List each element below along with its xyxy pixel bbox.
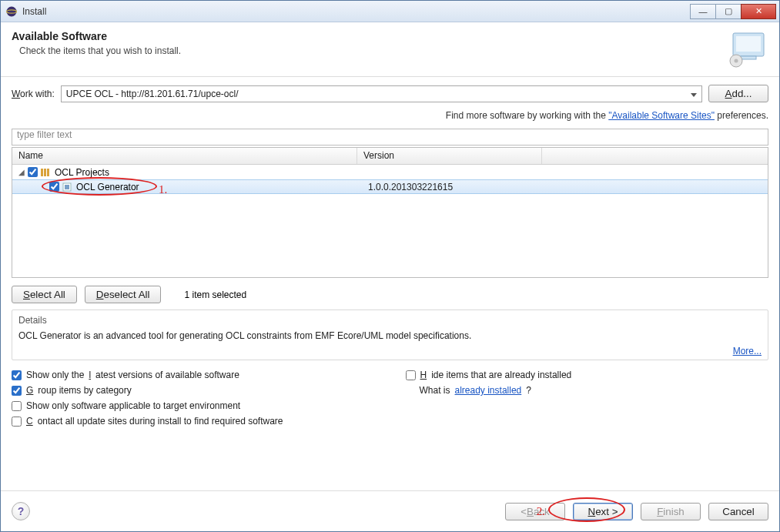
feature-icon bbox=[62, 182, 73, 192]
next-button[interactable]: Next > bbox=[573, 503, 633, 520]
back-button: < Back bbox=[505, 503, 565, 520]
show-latest-checkbox[interactable] bbox=[12, 370, 22, 380]
column-blank bbox=[542, 148, 768, 164]
selection-row: Select All Deselect All 1 item selected bbox=[12, 286, 768, 303]
select-all-button[interactable]: Select All bbox=[12, 286, 77, 303]
maximize-button[interactable]: ▢ bbox=[715, 4, 742, 19]
install-icon bbox=[725, 30, 768, 69]
details-text: OCL Generator is an advanced tool for ge… bbox=[18, 330, 762, 341]
svg-rect-7 bbox=[41, 169, 43, 176]
workwith-combo[interactable]: UPCE OCL - http://81.201.61.71/upce-ocl/ bbox=[61, 85, 702, 102]
tree-item-row[interactable]: OCL Generator 1.0.0.201303221615 bbox=[12, 179, 768, 194]
option-applicable-env[interactable]: Show only software applicable to target … bbox=[12, 400, 375, 411]
software-tree: Name Version ◢ OCL Projects bbox=[12, 147, 768, 278]
deselect-all-button[interactable]: Deselect All bbox=[85, 286, 162, 303]
applicable-env-checkbox[interactable] bbox=[12, 401, 22, 411]
svg-rect-4 bbox=[741, 56, 756, 59]
dialog-header: Available Software Check the items that … bbox=[1, 22, 779, 77]
dialog-body: Work with: UPCE OCL - http://81.201.61.7… bbox=[1, 77, 779, 490]
item-checkbox[interactable] bbox=[49, 182, 59, 192]
window-title: Install bbox=[22, 6, 691, 17]
svg-rect-3 bbox=[736, 36, 761, 52]
category-label: OCL Projects bbox=[55, 167, 109, 178]
option-contact-sites[interactable]: Contact all update sites during install … bbox=[12, 416, 375, 427]
filter-input[interactable]: type filter text bbox=[12, 129, 768, 146]
option-group-category[interactable]: Group items by category bbox=[12, 385, 375, 396]
install-dialog: Install — ▢ ✕ Available Software Check t… bbox=[0, 0, 780, 532]
workwith-row: Work with: UPCE OCL - http://81.201.61.7… bbox=[12, 85, 768, 102]
expand-toggle-icon[interactable]: ◢ bbox=[17, 168, 26, 176]
hide-installed-checkbox[interactable] bbox=[406, 370, 416, 380]
help-icon[interactable]: ? bbox=[12, 502, 30, 520]
minimize-button[interactable]: — bbox=[690, 4, 716, 19]
page-title: Available Software bbox=[12, 30, 181, 42]
workwith-label: Work with: bbox=[12, 89, 55, 99]
tree-header: Name Version bbox=[12, 148, 768, 165]
option-show-latest[interactable]: Show only the latest versions of availab… bbox=[12, 370, 375, 380]
item-count: 1 item selected bbox=[184, 289, 246, 300]
cancel-button[interactable]: Cancel bbox=[708, 503, 768, 520]
eclipse-icon bbox=[5, 5, 18, 18]
close-button[interactable]: ✕ bbox=[741, 4, 776, 19]
svg-rect-9 bbox=[47, 169, 49, 176]
sites-hint: Find more software by working with the "… bbox=[12, 110, 768, 121]
details-header: Details bbox=[18, 315, 762, 326]
group-category-checkbox[interactable] bbox=[12, 386, 22, 396]
titlebar[interactable]: Install — ▢ ✕ bbox=[1, 1, 779, 22]
details-box: Details OCL Generator is an advanced too… bbox=[12, 309, 768, 360]
tree-body[interactable]: ◢ OCL Projects OCL Generator bbox=[12, 165, 768, 277]
window-buttons: — ▢ ✕ bbox=[691, 4, 776, 19]
svg-point-6 bbox=[735, 59, 738, 63]
column-version[interactable]: Version bbox=[357, 148, 542, 164]
already-installed-hint: What is already installed? bbox=[420, 385, 769, 396]
category-icon bbox=[41, 168, 52, 177]
options: Show only the latest versions of availab… bbox=[12, 370, 768, 427]
svg-point-0 bbox=[7, 6, 17, 16]
contact-sites-checkbox[interactable] bbox=[12, 417, 22, 427]
tree-category-row[interactable]: ◢ OCL Projects bbox=[12, 165, 768, 179]
category-checkbox[interactable] bbox=[28, 167, 38, 177]
option-hide-installed[interactable]: Hide items that are already installed bbox=[406, 370, 769, 380]
footer-buttons: < Back Next > Finish Cancel bbox=[505, 503, 768, 520]
page-subtitle: Check the items that you wish to install… bbox=[19, 45, 181, 56]
finish-button: Finish bbox=[641, 503, 701, 520]
dialog-footer: ? < Back Next > Finish Cancel 2. bbox=[1, 490, 779, 531]
item-label: OCL Generator bbox=[76, 182, 139, 192]
add-button[interactable]: Add... bbox=[708, 85, 768, 102]
available-sites-link[interactable]: "Available Software Sites" bbox=[608, 110, 715, 121]
already-installed-link[interactable]: already installed bbox=[455, 385, 522, 396]
item-version: 1.0.0.201303221615 bbox=[362, 182, 547, 192]
details-more-link[interactable]: More... bbox=[733, 346, 762, 356]
svg-rect-8 bbox=[44, 169, 46, 176]
column-name[interactable]: Name bbox=[12, 148, 357, 164]
